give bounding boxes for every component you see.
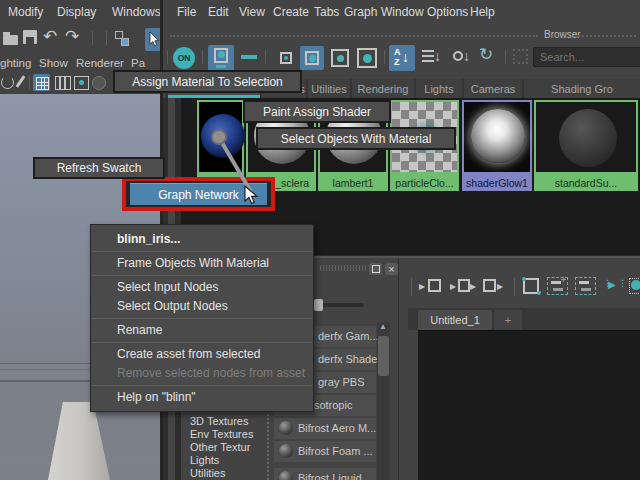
menu-separator <box>92 385 312 386</box>
graph-canvas[interactable] <box>418 330 640 480</box>
search-input[interactable] <box>533 47 640 67</box>
open-folder-icon[interactable] <box>3 35 18 45</box>
rearrange-graph-button[interactable]: ⋮ ▶ ⋮ <box>603 277 625 295</box>
grid-icon <box>36 77 49 90</box>
tooltip-paint-assign: Paint Assign Shader <box>243 100 391 123</box>
arrow-down-icon: ↓ <box>463 48 470 64</box>
toolbar-separator <box>202 50 203 64</box>
collapse-bar[interactable] <box>170 35 538 37</box>
scene-object[interactable] <box>48 402 110 480</box>
clear-graph-button[interactable] <box>523 278 539 294</box>
brush-icon[interactable] <box>16 75 26 87</box>
category-env-textures[interactable]: Env Textures <box>190 428 266 441</box>
shader-label[interactable]: Bifrost Liquid <box>298 472 362 480</box>
xlarge-swatch-button[interactable] <box>357 48 377 68</box>
triangle-right-icon: ▸ <box>419 279 425 293</box>
swatch-label-particle-cloud: particleClo... <box>390 174 459 191</box>
tab-rendering[interactable]: Rendering <box>352 79 414 98</box>
panel-drag-handle[interactable] <box>320 265 366 271</box>
list-view-button[interactable] <box>241 55 257 59</box>
panel-menu-lighting[interactable]: ghting <box>0 57 31 69</box>
shader-label[interactable]: derfx Gam... <box>318 330 379 342</box>
hs-menu-file[interactable]: File <box>177 5 196 19</box>
category-other-textures[interactable]: Other Textur <box>190 441 266 454</box>
menu-display[interactable]: Display <box>57 5 96 19</box>
swatch-label-lambert1: lambert1 <box>318 174 388 191</box>
shader-label[interactable]: gray PBS <box>318 376 364 388</box>
grid-view-button[interactable] <box>33 74 50 91</box>
panel-menu-panels[interactable]: Pa <box>131 57 145 69</box>
hs-menu-tabs[interactable]: Tabs <box>314 5 339 19</box>
menu-item-create-asset[interactable]: Create asset from selected <box>91 345 313 364</box>
toolbar-separator <box>265 50 266 64</box>
panel-menu-renderer[interactable]: Renderer <box>76 57 124 69</box>
lasso-icon[interactable] <box>1 76 14 89</box>
category-lights[interactable]: Lights <box>190 454 266 467</box>
arrow-down-icon: ↓ <box>402 49 409 65</box>
swatch-standard-surface[interactable] <box>534 100 638 174</box>
large-swatch-button[interactable] <box>331 49 349 67</box>
category-3d-textures[interactable]: 3D Textures <box>190 415 266 428</box>
hs-menu-view[interactable]: View <box>239 5 265 19</box>
menu-modify[interactable]: Modify <box>8 5 43 19</box>
add-to-graph-button[interactable]: + <box>547 277 568 295</box>
menu-item-frame-objects[interactable]: Frame Objects With Material <box>91 254 313 273</box>
sort-by-time-button[interactable]: ↓ <box>453 48 475 68</box>
tab-utilities[interactable]: Utilities <box>308 79 350 98</box>
scrollbar-thumb[interactable] <box>378 336 389 376</box>
menu-windows[interactable]: Windows <box>112 5 161 19</box>
swatch-view-icon[interactable] <box>74 76 89 90</box>
tab-shading-groups[interactable]: Shading Gro <box>524 79 640 98</box>
tooltip-assign-material: Assign Material To Selection <box>113 70 302 93</box>
render-view-icon[interactable] <box>92 76 106 90</box>
panel-menu-show[interactable]: Show <box>39 57 68 69</box>
toolbar-separator <box>29 75 30 89</box>
menu-item-select-input-nodes[interactable]: Select Input Nodes <box>91 278 313 297</box>
remove-from-graph-button[interactable] <box>575 277 596 295</box>
dots-icon: ⋮ <box>618 278 627 288</box>
sort-by-type-button[interactable]: ↓ <box>422 48 446 68</box>
film-view-icon[interactable] <box>55 76 71 90</box>
graph-tab-untitled1[interactable]: Untitled_1 <box>418 310 492 330</box>
refresh-icon[interactable]: ↻ <box>479 44 493 65</box>
shader-label[interactable]: Bifrost Foam ... <box>298 445 373 457</box>
menu-item-help-on-blinn[interactable]: Help on "blinn" <box>91 388 313 407</box>
graph-input-output-connections-button[interactable]: ▸ ▸ <box>450 277 478 295</box>
swatch-blinn-iris[interactable] <box>197 100 244 174</box>
node-box-glyph <box>458 279 470 292</box>
sort-by-name-button[interactable]: A Z ↓ <box>389 45 415 71</box>
teal-bar <box>216 65 226 68</box>
teal-dot <box>79 80 84 85</box>
undo-icon[interactable]: ↶ <box>43 28 57 45</box>
restore-panel-button[interactable] <box>369 263 382 275</box>
hs-menu-options[interactable]: Options <box>427 5 468 19</box>
redo-icon[interactable]: ↷ <box>65 28 79 45</box>
scroll-up-arrow[interactable]: ▲ <box>379 322 387 331</box>
swatch-name-view-button[interactable] <box>208 45 234 71</box>
small-swatch-button[interactable] <box>280 52 292 64</box>
hs-menu-window[interactable]: Window <box>381 5 424 19</box>
category-utilities[interactable]: Utilities <box>190 467 266 480</box>
hs-menu-create[interactable]: Create <box>273 5 309 19</box>
collapse-bar[interactable] <box>578 35 636 37</box>
menu-item-rename[interactable]: Rename <box>91 321 313 340</box>
tab-cameras[interactable]: Cameras <box>464 79 522 98</box>
swatch-render-on-button[interactable]: ON <box>173 47 195 69</box>
tab-lights[interactable]: Lights <box>416 79 462 98</box>
frame-graph-button[interactable] <box>629 278 640 294</box>
hs-menu-edit[interactable]: Edit <box>208 5 229 19</box>
medium-swatch-button[interactable] <box>300 46 324 70</box>
shader-label[interactable]: derfx Shader <box>318 353 381 365</box>
menu-item-select-output-nodes[interactable]: Select Output Nodes <box>91 297 313 316</box>
swatch-size-slider-handle[interactable] <box>314 299 323 311</box>
shader-label[interactable]: Bifrost Aero M... <box>298 422 376 434</box>
open-folder-icon-tab <box>3 32 10 35</box>
hs-menu-help[interactable]: Help <box>470 5 495 19</box>
swatch-shader-glow1[interactable] <box>462 100 532 174</box>
graph-input-connections-button[interactable]: ▸ <box>419 277 445 295</box>
graph-add-tab-button[interactable]: + <box>494 310 522 330</box>
graph-output-connections-button[interactable]: ▸ <box>483 277 509 295</box>
sparkle-dot <box>522 277 526 281</box>
close-panel-button[interactable]: × <box>385 263 398 275</box>
hs-menu-graph[interactable]: Graph <box>344 5 377 19</box>
